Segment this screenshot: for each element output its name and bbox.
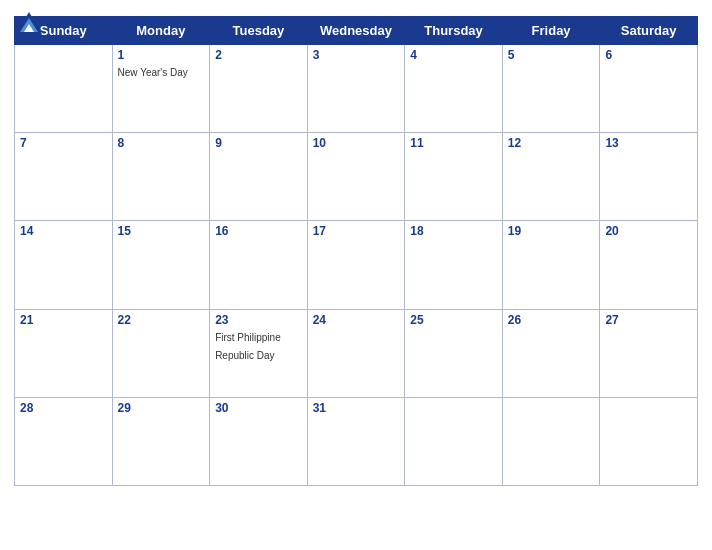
day-number: 21 bbox=[20, 313, 107, 327]
weekday-header-saturday: Saturday bbox=[600, 17, 698, 45]
calendar-cell: 7 bbox=[15, 133, 113, 221]
calendar-table: SundayMondayTuesdayWednesdayThursdayFrid… bbox=[14, 16, 698, 486]
day-number: 8 bbox=[118, 136, 205, 150]
calendar-cell: 9 bbox=[210, 133, 308, 221]
calendar-cell: 24 bbox=[307, 309, 405, 397]
day-number: 25 bbox=[410, 313, 497, 327]
calendar-cell bbox=[15, 45, 113, 133]
calendar-cell: 20 bbox=[600, 221, 698, 309]
day-number: 30 bbox=[215, 401, 302, 415]
day-number: 6 bbox=[605, 48, 692, 62]
calendar-cell: 19 bbox=[502, 221, 600, 309]
weekday-header-thursday: Thursday bbox=[405, 17, 503, 45]
day-number: 5 bbox=[508, 48, 595, 62]
calendar-cell: 25 bbox=[405, 309, 503, 397]
day-number: 18 bbox=[410, 224, 497, 238]
logo-icon bbox=[14, 10, 44, 40]
calendar-cell: 31 bbox=[307, 397, 405, 485]
day-number: 23 bbox=[215, 313, 302, 327]
calendar-week-row: 212223First Philippine Republic Day24252… bbox=[15, 309, 698, 397]
weekday-header-monday: Monday bbox=[112, 17, 210, 45]
day-number: 22 bbox=[118, 313, 205, 327]
calendar-cell: 23First Philippine Republic Day bbox=[210, 309, 308, 397]
day-number: 20 bbox=[605, 224, 692, 238]
day-number: 15 bbox=[118, 224, 205, 238]
calendar-cell: 4 bbox=[405, 45, 503, 133]
weekday-header-row: SundayMondayTuesdayWednesdayThursdayFrid… bbox=[15, 17, 698, 45]
calendar-cell: 11 bbox=[405, 133, 503, 221]
day-number: 3 bbox=[313, 48, 400, 62]
calendar-cell: 26 bbox=[502, 309, 600, 397]
day-number: 2 bbox=[215, 48, 302, 62]
calendar-cell: 17 bbox=[307, 221, 405, 309]
day-number: 1 bbox=[118, 48, 205, 62]
calendar-cell: 22 bbox=[112, 309, 210, 397]
day-event: New Year's Day bbox=[118, 67, 188, 78]
calendar-cell: 10 bbox=[307, 133, 405, 221]
day-number: 9 bbox=[215, 136, 302, 150]
calendar-cell bbox=[502, 397, 600, 485]
calendar-cell: 21 bbox=[15, 309, 113, 397]
day-number: 13 bbox=[605, 136, 692, 150]
calendar-container: SundayMondayTuesdayWednesdayThursdayFrid… bbox=[0, 0, 712, 550]
calendar-cell: 14 bbox=[15, 221, 113, 309]
day-number: 11 bbox=[410, 136, 497, 150]
calendar-tbody: 1New Year's Day2345678910111213141516171… bbox=[15, 45, 698, 486]
logo bbox=[14, 10, 47, 40]
calendar-cell: 8 bbox=[112, 133, 210, 221]
day-number: 29 bbox=[118, 401, 205, 415]
day-number: 10 bbox=[313, 136, 400, 150]
calendar-cell: 12 bbox=[502, 133, 600, 221]
weekday-header-tuesday: Tuesday bbox=[210, 17, 308, 45]
weekday-header-wednesday: Wednesday bbox=[307, 17, 405, 45]
calendar-cell: 18 bbox=[405, 221, 503, 309]
day-number: 12 bbox=[508, 136, 595, 150]
weekday-header-friday: Friday bbox=[502, 17, 600, 45]
calendar-cell: 28 bbox=[15, 397, 113, 485]
calendar-week-row: 28293031 bbox=[15, 397, 698, 485]
calendar-cell: 2 bbox=[210, 45, 308, 133]
day-number: 26 bbox=[508, 313, 595, 327]
day-number: 14 bbox=[20, 224, 107, 238]
calendar-cell: 5 bbox=[502, 45, 600, 133]
calendar-cell: 1New Year's Day bbox=[112, 45, 210, 133]
calendar-week-row: 14151617181920 bbox=[15, 221, 698, 309]
calendar-week-row: 1New Year's Day23456 bbox=[15, 45, 698, 133]
day-number: 7 bbox=[20, 136, 107, 150]
day-number: 19 bbox=[508, 224, 595, 238]
day-number: 27 bbox=[605, 313, 692, 327]
day-event: First Philippine Republic Day bbox=[215, 332, 281, 361]
day-number: 16 bbox=[215, 224, 302, 238]
day-number: 17 bbox=[313, 224, 400, 238]
calendar-cell: 13 bbox=[600, 133, 698, 221]
calendar-cell bbox=[600, 397, 698, 485]
calendar-cell bbox=[405, 397, 503, 485]
day-number: 31 bbox=[313, 401, 400, 415]
calendar-week-row: 78910111213 bbox=[15, 133, 698, 221]
calendar-cell: 30 bbox=[210, 397, 308, 485]
day-number: 28 bbox=[20, 401, 107, 415]
calendar-cell: 16 bbox=[210, 221, 308, 309]
day-number: 4 bbox=[410, 48, 497, 62]
calendar-cell: 27 bbox=[600, 309, 698, 397]
calendar-cell: 29 bbox=[112, 397, 210, 485]
calendar-thead: SundayMondayTuesdayWednesdayThursdayFrid… bbox=[15, 17, 698, 45]
calendar-cell: 15 bbox=[112, 221, 210, 309]
calendar-cell: 3 bbox=[307, 45, 405, 133]
day-number: 24 bbox=[313, 313, 400, 327]
calendar-cell: 6 bbox=[600, 45, 698, 133]
